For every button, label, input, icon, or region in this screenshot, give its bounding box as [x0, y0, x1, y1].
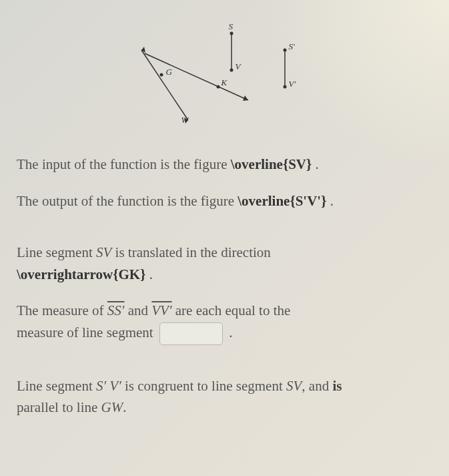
p4-suffix: are each equal to the — [172, 302, 291, 318]
p2-suffix: . — [326, 193, 334, 209]
svg-line-3 — [145, 53, 248, 100]
paragraph-output: The output of the function is the figure… — [17, 190, 432, 212]
p1-prefix: The input of the function is the figure — [17, 156, 231, 172]
p4-line2-prefix: measure of line segment — [17, 324, 157, 340]
p3-suffix: is translated in the direction — [111, 244, 271, 260]
p5-var1: S′ V′ — [96, 378, 121, 394]
p4-seg1: SS′ — [107, 302, 125, 318]
p5-var2: SV — [286, 378, 302, 394]
svg-point-12 — [283, 85, 286, 89]
svg-point-8 — [230, 32, 233, 35]
p5-mid2: , and — [302, 378, 332, 394]
p5-line2-prefix: parallel to line — [17, 399, 101, 415]
label-Vp: V' — [289, 79, 296, 89]
p5-mid1: is congruent to line segment — [121, 378, 286, 394]
p5-prefix: Line segment — [17, 378, 96, 394]
paragraph-measure: The measure of SS′ and VV′ are each equa… — [17, 300, 432, 345]
answer-input[interactable] — [159, 322, 223, 345]
label-S: S — [229, 21, 234, 32]
label-G: G — [166, 67, 172, 77]
p3-var: SV — [96, 244, 111, 260]
paragraph-translation: Line segment SV is translated in the dir… — [17, 242, 432, 285]
p5-bold: is — [332, 378, 342, 394]
geometry-diagram: G K W S V S' V' — [125, 13, 325, 134]
p5-line2-suffix: . — [123, 399, 126, 415]
label-W: W — [181, 115, 189, 126]
diagram-svg — [125, 13, 325, 134]
label-V: V — [236, 61, 241, 72]
p4-seg2: VV′ — [151, 302, 171, 318]
p2-latex: \overline{S'V'} — [238, 193, 326, 209]
svg-point-5 — [159, 73, 163, 77]
p3-prefix: Line segment — [17, 244, 96, 260]
p4-line2-suffix: . — [226, 324, 233, 340]
p2-prefix: The output of the function is the figure — [17, 193, 238, 209]
p4-prefix: The measure of — [17, 302, 107, 318]
p4-mid: and — [124, 302, 151, 318]
p3-latex: \overrightarrow{GK} — [17, 266, 145, 282]
p1-latex: \overline{SV} — [231, 156, 312, 172]
paragraph-congruent: Line segment S′ V′ is congruent to line … — [17, 375, 432, 419]
label-Sp: S' — [289, 41, 295, 52]
svg-line-0 — [141, 50, 188, 120]
label-K: K — [221, 77, 228, 88]
p5-var3: GW — [101, 399, 123, 415]
svg-point-9 — [230, 69, 233, 72]
svg-point-6 — [216, 85, 219, 89]
paragraph-input: The input of the function is the figure … — [17, 154, 432, 176]
svg-point-11 — [283, 49, 286, 52]
p1-suffix: . — [312, 156, 319, 172]
p3-suffix2: . — [145, 266, 153, 282]
